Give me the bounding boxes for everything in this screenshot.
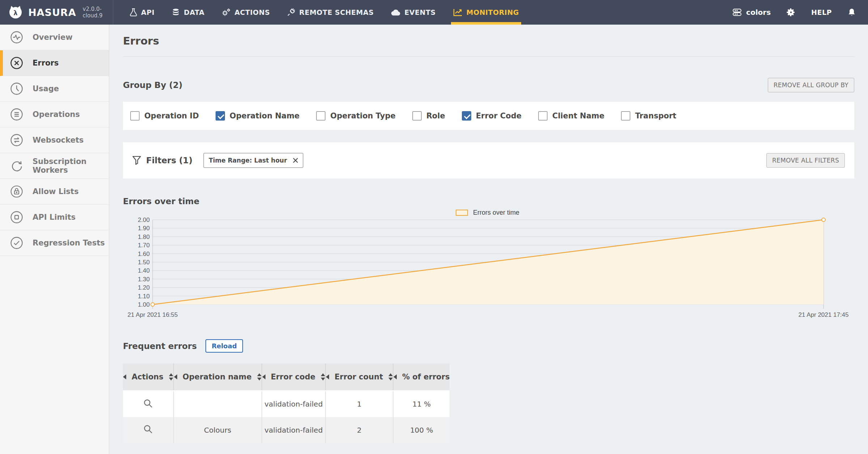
error-count-cell: 2 — [326, 417, 393, 443]
svg-text:1.00: 1.00 — [138, 301, 150, 308]
collapse-column-icon[interactable] — [326, 374, 329, 379]
reload-button[interactable]: Reload — [205, 339, 243, 353]
sidebar-item-errors[interactable]: Errors — [0, 50, 109, 76]
groupby-operation-id[interactable]: Operation ID — [130, 111, 199, 121]
table-row: validation-failed 1 11 % — [123, 391, 450, 417]
main-content: Errors Group By (2) REMOVE ALL GROUP BY … — [109, 25, 868, 454]
groupby-client-name[interactable]: Client Name — [538, 111, 604, 121]
remove-all-filters-button[interactable]: REMOVE ALL FILTERS — [766, 153, 845, 168]
sidebar-item-regression-tests[interactable]: Regression Tests — [0, 230, 109, 256]
sort-icon[interactable] — [257, 373, 261, 381]
column-header-error-code[interactable]: Error code — [262, 363, 326, 391]
project-name: colors — [746, 8, 771, 17]
pct-of-errors-cell: 100 % — [393, 417, 450, 443]
checkbox[interactable] — [538, 111, 548, 121]
checkbox[interactable] — [621, 111, 630, 121]
chart-plot: 1.001.101.201.301.401.501.601.701.801.90… — [123, 217, 861, 323]
operation-name-cell: Colours — [174, 417, 262, 443]
remove-all-group-by-button[interactable]: REMOVE ALL GROUP BY — [768, 78, 854, 92]
hasura-logo-icon: λ — [8, 5, 23, 20]
check-circle-icon — [9, 236, 24, 250]
settings-gear-icon[interactable] — [787, 8, 795, 17]
groupby-error-code[interactable]: Error Code — [462, 111, 522, 121]
column-header-operation-name[interactable]: Operation name — [174, 363, 262, 391]
filter-chip-time-range[interactable]: Time Range: Last hour — [203, 153, 303, 168]
chart-section-title: Errors over time — [123, 197, 854, 206]
topnav-remote-schemas[interactable]: REMOTE SCHEMAS — [287, 0, 374, 25]
topnav-data[interactable]: DATA — [172, 0, 204, 25]
svg-text:1.30: 1.30 — [138, 276, 150, 283]
groupby-role[interactable]: Role — [412, 111, 445, 121]
activity-circle-icon — [9, 30, 24, 45]
title-divider — [123, 56, 854, 57]
chart-icon — [453, 8, 463, 16]
sidebar-item-overview[interactable]: Overview — [0, 25, 109, 50]
collapse-column-icon[interactable] — [174, 374, 177, 379]
svg-text:1.60: 1.60 — [138, 251, 150, 257]
legend-swatch — [456, 210, 468, 216]
topnav-label: MONITORING — [467, 8, 519, 16]
svg-text:1.40: 1.40 — [138, 267, 150, 274]
svg-text:1.50: 1.50 — [138, 259, 150, 266]
groupby-operation-type[interactable]: Operation Type — [316, 111, 395, 121]
groupby-operation-name[interactable]: Operation Name — [216, 111, 299, 121]
checkbox[interactable] — [316, 111, 326, 121]
sort-icon[interactable] — [321, 373, 325, 381]
topnav-label: EVENTS — [404, 8, 435, 16]
sidebar-item-api-limits[interactable]: API Limits — [0, 205, 109, 230]
errors-over-time-chart: Errors over time 1.001.101.201.301.401.5… — [123, 208, 854, 323]
sidebar-item-label: Allow Lists — [33, 187, 78, 196]
filters-title: Filters (1) — [146, 156, 192, 165]
topnav-events[interactable]: EVENTS — [391, 0, 435, 25]
brand-version: v2.0.0-cloud.9 — [83, 6, 113, 19]
topnav-label: REMOTE SCHEMAS — [299, 8, 374, 16]
checkbox[interactable] — [462, 111, 471, 121]
sidebar-item-subscription-workers[interactable]: Subscription Workers — [0, 153, 109, 179]
checkbox[interactable] — [412, 111, 422, 121]
help-link[interactable]: HELP — [811, 8, 832, 16]
filters-card: Filters (1) Time Range: Last hour REMOVE… — [123, 142, 854, 178]
topnav-monitoring[interactable]: MONITORING — [453, 0, 519, 25]
collapse-column-icon[interactable] — [123, 374, 126, 379]
sidebar-item-label: Errors — [33, 59, 59, 67]
svg-text:1.70: 1.70 — [138, 242, 150, 249]
collapse-column-icon[interactable] — [393, 374, 397, 379]
collapse-column-icon[interactable] — [262, 374, 265, 379]
checkbox[interactable] — [216, 111, 225, 121]
sidebar-item-operations[interactable]: Operations — [0, 102, 109, 127]
topnav-label: API — [141, 8, 154, 16]
topnav-api[interactable]: API — [130, 0, 154, 25]
frequent-errors-table: Actions Operation name Error code Error … — [123, 363, 450, 443]
sidebar-item-label: Websockets — [33, 136, 84, 144]
lock-circle-icon — [9, 184, 24, 199]
sidebar-item-allow-lists[interactable]: Allow Lists — [0, 179, 109, 205]
column-header-actions[interactable]: Actions — [123, 363, 174, 391]
error-count-cell: 1 — [326, 391, 393, 417]
close-icon[interactable] — [293, 158, 298, 163]
topnav-label: DATA — [184, 8, 204, 16]
brand-block[interactable]: λ HASURA v2.0.0-cloud.9 — [0, 0, 113, 25]
sort-icon[interactable] — [169, 373, 173, 381]
bell-icon[interactable] — [848, 8, 856, 17]
sidebar: Overview Errors Usage Operations Websock… — [0, 25, 109, 454]
column-header-pct-of-errors[interactable]: % of errors — [393, 363, 450, 391]
sort-icon[interactable] — [388, 373, 393, 381]
magnifier-icon[interactable] — [143, 398, 153, 408]
arrows-circle-icon — [9, 133, 24, 147]
magnifier-icon[interactable] — [143, 424, 153, 434]
project-selector[interactable]: colors — [732, 8, 771, 17]
groupby-transport[interactable]: Transport — [621, 111, 676, 121]
inspect-cell[interactable] — [123, 391, 174, 417]
clock-circle-icon — [9, 81, 24, 96]
server-icon — [732, 8, 742, 17]
sidebar-item-websockets[interactable]: Websockets — [0, 127, 109, 153]
inspect-cell[interactable] — [123, 417, 174, 443]
topnav-actions[interactable]: ACTIONS — [222, 0, 270, 25]
group-by-card: Operation ID Operation Name Operation Ty… — [123, 102, 854, 130]
column-header-error-count[interactable]: Error count — [326, 363, 393, 391]
sidebar-item-usage[interactable]: Usage — [0, 76, 109, 102]
sidebar-item-label: API Limits — [33, 213, 76, 222]
svg-text:1.10: 1.10 — [138, 293, 150, 300]
database-icon — [172, 8, 180, 16]
checkbox[interactable] — [130, 111, 140, 121]
